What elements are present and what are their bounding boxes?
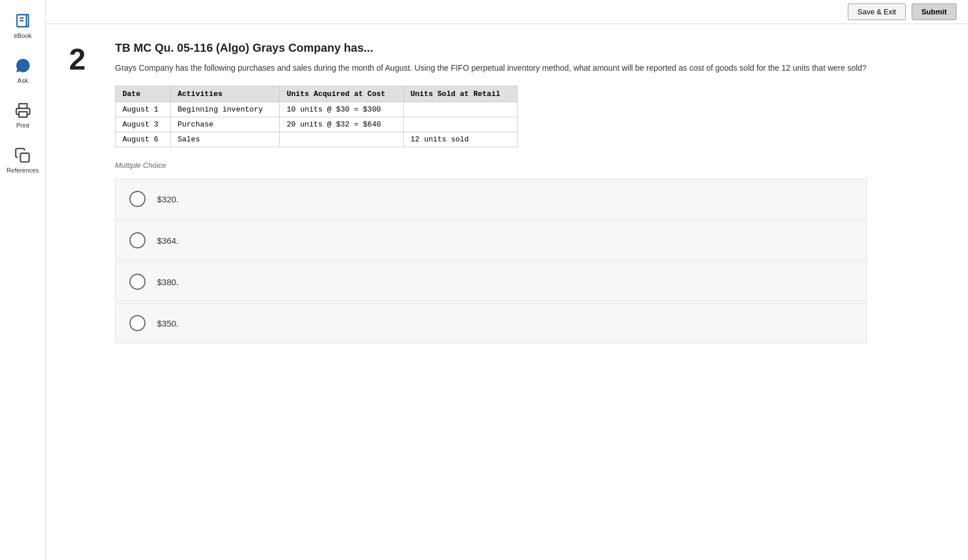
choice-text-a: $320. xyxy=(157,194,179,204)
table-cell-sold-1 xyxy=(403,102,517,117)
radio-a[interactable] xyxy=(129,191,146,207)
table-header-date: Date xyxy=(116,86,171,102)
question-container: 2 TB MC Qu. 05-116 (Algo) Grays Company … xyxy=(46,24,968,560)
choices-list: $320. $364. $380. $350. xyxy=(115,179,867,344)
table-row: August 6 Sales 12 units sold xyxy=(116,132,518,147)
table-row: August 1 Beginning inventory 10 units @ … xyxy=(116,102,518,117)
save-exit-button[interactable]: Save & Exit xyxy=(848,3,906,20)
sidebar-item-references[interactable]: References xyxy=(6,146,39,174)
print-icon xyxy=(14,101,32,120)
svg-rect-4 xyxy=(21,154,29,162)
question-title: TB MC Qu. 05-116 (Algo) Grays Company ha… xyxy=(115,41,867,55)
table-header-sold: Units Sold at Retail xyxy=(403,86,517,102)
sidebar-item-label-references: References xyxy=(6,167,39,174)
main-content: Save & Exit Submit 2 TB MC Qu. 05-116 (A… xyxy=(46,0,968,560)
radio-c[interactable] xyxy=(129,274,146,290)
radio-d[interactable] xyxy=(129,315,146,331)
table-row: August 3 Purchase 20 units @ $32 = $640 xyxy=(116,117,518,132)
choice-text-d: $350. xyxy=(157,319,179,328)
sidebar-item-label-ask: Ask xyxy=(17,77,28,84)
book-icon xyxy=(14,11,32,30)
radio-b[interactable] xyxy=(129,232,146,248)
top-bar: Save & Exit Submit xyxy=(46,0,968,24)
table-cell-date-2: August 3 xyxy=(116,117,171,132)
table-cell-date-1: August 1 xyxy=(116,102,171,117)
table-cell-sold-2 xyxy=(403,117,517,132)
table-header-acquired: Units Acquired at Cost xyxy=(280,86,403,102)
choice-text-b: $364. xyxy=(157,236,179,246)
sidebar-item-ebook[interactable]: eBook xyxy=(14,11,32,39)
table-cell-acquired-3 xyxy=(280,132,403,147)
sidebar-item-print[interactable]: Print xyxy=(14,101,32,129)
choice-text-c: $380. xyxy=(157,277,179,287)
table-cell-activity-2: Purchase xyxy=(170,117,280,132)
sidebar-item-label-ebook: eBook xyxy=(14,32,32,39)
question-number: 2 xyxy=(69,41,115,74)
sidebar-item-ask[interactable]: Ask xyxy=(14,56,32,84)
copy-icon xyxy=(13,146,32,164)
sidebar-item-label-print: Print xyxy=(16,122,29,129)
multiple-choice-label: Multiple Choice xyxy=(115,161,867,170)
chat-icon xyxy=(14,56,32,75)
question-header: 2 TB MC Qu. 05-116 (Algo) Grays Company … xyxy=(69,41,945,344)
table-cell-sold-3: 12 units sold xyxy=(403,132,517,147)
table-header-activities: Activities xyxy=(170,86,280,102)
choice-b[interactable]: $364. xyxy=(115,220,867,260)
choice-a[interactable]: $320. xyxy=(115,179,867,219)
inventory-table: Date Activities Units Acquired at Cost U… xyxy=(115,86,518,147)
table-cell-activity-3: Sales xyxy=(170,132,280,147)
table-cell-acquired-1: 10 units @ $30 = $300 xyxy=(280,102,403,117)
table-cell-acquired-2: 20 units @ $32 = $640 xyxy=(280,117,403,132)
submit-button[interactable]: Submit xyxy=(912,3,956,20)
sidebar: eBook Ask Print References xyxy=(0,0,46,560)
question-text: Grays Company has the following purchase… xyxy=(115,62,867,74)
table-cell-date-3: August 6 xyxy=(116,132,171,147)
svg-rect-3 xyxy=(19,112,27,117)
choice-d[interactable]: $350. xyxy=(115,303,867,343)
table-cell-activity-1: Beginning inventory xyxy=(170,102,280,117)
choice-c[interactable]: $380. xyxy=(115,262,867,302)
question-title-area: TB MC Qu. 05-116 (Algo) Grays Company ha… xyxy=(115,41,867,344)
